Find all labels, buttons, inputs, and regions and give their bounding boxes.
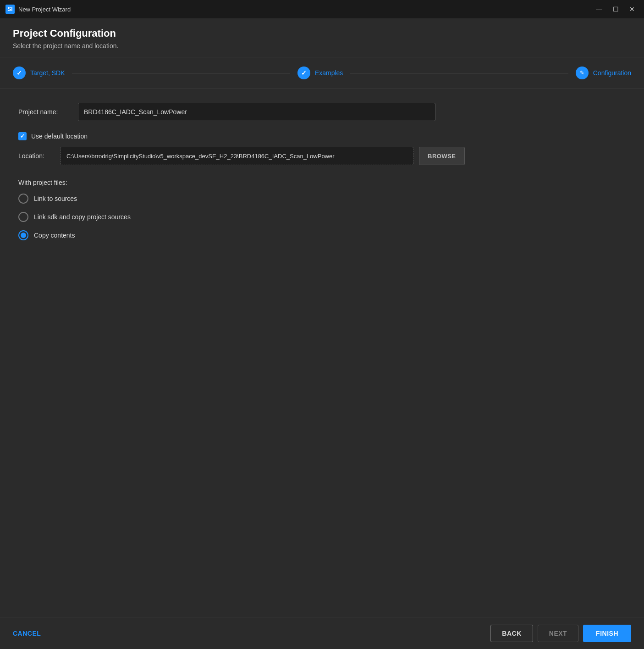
radio-copy-contents-button[interactable] (18, 230, 28, 240)
minimize-button[interactable]: — (593, 5, 605, 14)
back-button[interactable]: BACK (490, 625, 533, 642)
dialog-footer: CANCEL BACK NEXT FINISH (0, 617, 644, 649)
next-button: NEXT (538, 625, 578, 642)
radio-copy-contents-indicator (21, 233, 26, 238)
radio-link-sources[interactable]: Link to sources (18, 194, 626, 204)
project-name-label: Project name: (18, 108, 78, 116)
radio-link-sources-button[interactable] (18, 194, 28, 204)
step-3-pen-icon: ✎ (580, 70, 584, 76)
window: SI New Project Wizard — ☐ ✕ Project Conf… (0, 0, 644, 649)
radio-copy-contents[interactable]: Copy contents (18, 230, 626, 240)
step-line-2 (350, 73, 568, 73)
browse-button[interactable]: BROWSE (419, 147, 465, 165)
radio-link-sdk-copy-label: Link sdk and copy project sources (34, 213, 131, 221)
step-configuration: ✎ Configuration (576, 67, 631, 79)
step-target-sdk: ✓ Target, SDK (13, 67, 65, 79)
step-3-circle: ✎ (576, 67, 589, 79)
finish-button[interactable]: FINISH (583, 625, 631, 642)
footer-left: CANCEL (13, 629, 490, 638)
page-title: Project Configuration (13, 28, 631, 39)
step-1-check-icon: ✓ (17, 69, 22, 77)
use-default-location-row[interactable]: ✓ Use default location (18, 132, 626, 140)
checkbox-check-icon: ✓ (20, 133, 25, 139)
use-default-location-checkbox[interactable]: ✓ (18, 132, 27, 140)
cancel-button[interactable]: CANCEL (13, 630, 41, 637)
window-controls: — ☐ ✕ (593, 5, 638, 14)
app-icon: SI (6, 5, 15, 14)
radio-link-sdk-copy-button[interactable] (18, 212, 28, 222)
page-header: Project Configuration Select the project… (0, 18, 644, 57)
location-label: Location: (18, 152, 55, 160)
step-1-label: Target, SDK (30, 69, 65, 77)
footer-right: BACK NEXT FINISH (490, 625, 631, 642)
maximize-button[interactable]: ☐ (609, 5, 622, 14)
use-default-location-label: Use default location (31, 133, 88, 140)
title-bar: SI New Project Wizard — ☐ ✕ (0, 0, 644, 18)
radio-link-sdk-copy[interactable]: Link sdk and copy project sources (18, 212, 626, 222)
main-content: Project name: ✓ Use default location Loc… (0, 89, 644, 617)
project-name-input[interactable] (78, 103, 435, 121)
window-title: New Project Wizard (18, 6, 593, 13)
step-2-label: Examples (315, 69, 343, 77)
step-examples: ✓ Examples (297, 67, 343, 79)
step-line-1 (72, 73, 290, 73)
location-row: Location: BROWSE (18, 147, 626, 165)
step-2-circle: ✓ (297, 67, 310, 79)
step-2-check-icon: ✓ (301, 69, 307, 77)
step-3-label: Configuration (593, 69, 631, 77)
close-button[interactable]: ✕ (626, 5, 638, 14)
project-name-row: Project name: (18, 103, 626, 121)
page-subtitle: Select the project name and location. (13, 42, 631, 50)
project-files-label: With project files: (18, 179, 626, 186)
wizard-stepper: ✓ Target, SDK ✓ Examples ✎ Configuration (0, 57, 644, 89)
step-1-circle: ✓ (13, 67, 26, 79)
radio-link-sources-label: Link to sources (34, 195, 77, 202)
location-input[interactable] (61, 147, 413, 165)
radio-copy-contents-label: Copy contents (34, 232, 75, 239)
